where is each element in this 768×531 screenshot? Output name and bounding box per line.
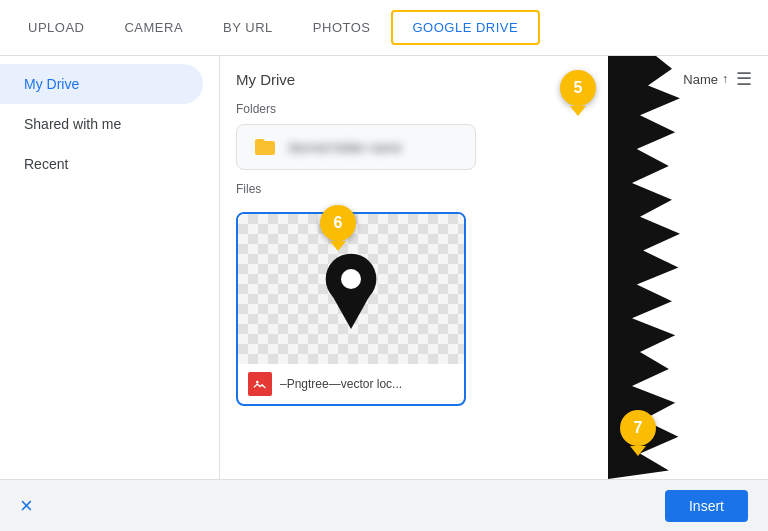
close-button[interactable]: × — [20, 493, 33, 519]
sidebar-item-shared-with-me[interactable]: Shared with me — [0, 104, 203, 144]
bottom-bar: × Insert — [0, 479, 768, 531]
tab-by-url[interactable]: BY URL — [203, 12, 293, 43]
tab-google-drive[interactable]: GOOGLE DRIVE — [391, 10, 541, 45]
folder-item[interactable]: blurred folder name — [236, 124, 476, 170]
svg-marker-2 — [332, 296, 369, 329]
folder-icon — [253, 135, 277, 159]
badge-7: 7 — [620, 410, 656, 446]
folders-section: blurred folder name — [220, 124, 768, 178]
tab-upload[interactable]: UPLOAD — [8, 12, 104, 43]
badge-5: 5 — [560, 70, 596, 106]
content-header: My Drive Name ↑ ☰ — [220, 56, 768, 98]
sort-name-button[interactable]: Name ↑ — [683, 72, 728, 87]
file-info: –Pngtree—vector loc... — [238, 364, 464, 404]
sort-arrow-icon: ↑ — [722, 72, 728, 86]
image-icon — [252, 376, 268, 392]
folders-label: Folders — [220, 98, 768, 124]
sort-name-label: Name — [683, 72, 718, 87]
sort-controls: Name ↑ ☰ — [683, 68, 752, 90]
insert-button[interactable]: Insert — [665, 490, 748, 522]
content-title: My Drive — [236, 71, 295, 88]
svg-rect-3 — [254, 378, 266, 390]
files-section: –Pngtree—vector loc... — [220, 204, 768, 414]
badge-6: 6 — [320, 205, 356, 241]
pin-icon — [311, 249, 391, 329]
folder-name: blurred folder name — [289, 140, 402, 155]
view-toggle-icon[interactable]: ☰ — [736, 68, 752, 90]
file-name: –Pngtree—vector loc... — [280, 377, 402, 391]
content-area: My Drive Name ↑ ☰ Folders blurred folder… — [220, 56, 768, 479]
sidebar-item-my-drive[interactable]: My Drive — [0, 64, 203, 104]
files-label: Files — [220, 178, 768, 204]
svg-point-1 — [341, 269, 361, 289]
file-card[interactable]: –Pngtree—vector loc... — [236, 212, 466, 406]
svg-point-4 — [256, 381, 259, 384]
file-thumbnail — [238, 214, 464, 364]
sidebar-item-recent[interactable]: Recent — [0, 144, 203, 184]
sidebar: My Drive Shared with me Recent — [0, 56, 220, 479]
tab-photos[interactable]: PHOTOS — [293, 12, 391, 43]
tab-camera[interactable]: CAMERA — [104, 12, 203, 43]
file-type-icon — [248, 372, 272, 396]
tab-bar: UPLOAD CAMERA BY URL PHOTOS GOOGLE DRIVE — [0, 0, 768, 56]
